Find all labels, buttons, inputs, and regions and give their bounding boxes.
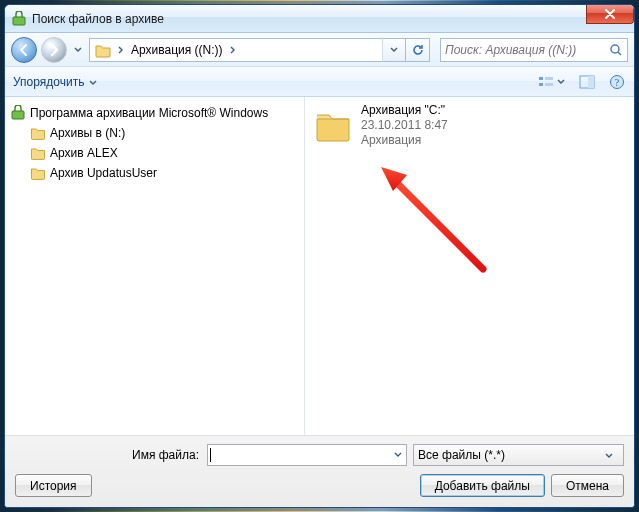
svg-rect-4 [545, 77, 553, 80]
filename-input[interactable] [211, 448, 390, 462]
tree-pane: Программа архивации Microsoft® Windows А… [5, 97, 305, 435]
chevron-right-icon[interactable] [227, 39, 240, 61]
chevron-down-icon [605, 448, 619, 462]
refresh-button[interactable] [406, 38, 430, 62]
address-bar[interactable]: Архивация ((N:)) [89, 38, 382, 62]
title-bar: Поиск файлов в архиве [5, 5, 634, 33]
search-icon [605, 43, 627, 57]
organize-menu[interactable]: Упорядочить [13, 75, 97, 89]
window-buttons [586, 4, 634, 24]
help-button[interactable]: ? [604, 71, 630, 93]
forward-button[interactable] [41, 37, 67, 63]
app-icon [11, 11, 27, 27]
svg-point-1 [611, 45, 619, 53]
add-files-button[interactable]: Добавить файлы [420, 474, 545, 497]
content-pane[interactable]: Архивация "C:" 23.10.2011 8:47 Архивация [305, 97, 634, 435]
chevron-right-icon[interactable] [114, 39, 127, 61]
chevron-down-icon[interactable] [390, 452, 406, 458]
annotation-arrow [373, 159, 493, 279]
folder-icon [94, 41, 112, 59]
tree-root-label: Программа архивации Microsoft® Windows [30, 106, 268, 120]
tree-item-label: Архивы в (N:) [50, 126, 125, 140]
tree-root[interactable]: Программа архивации Microsoft® Windows [5, 103, 304, 123]
item-meta: Архивация "C:" 23.10.2011 8:47 Архивация [361, 103, 448, 148]
address-bar-wrap: Архивация ((N:)) [89, 38, 430, 62]
breadcrumb-segment[interactable]: Архивация ((N:)) [127, 39, 227, 61]
item-date: 23.10.2011 8:47 [361, 118, 448, 133]
view-options-button[interactable] [532, 71, 570, 93]
preview-pane-button[interactable] [574, 71, 600, 93]
tree-item[interactable]: Архив UpdatusUser [5, 163, 304, 183]
svg-rect-3 [539, 83, 543, 86]
tree-item[interactable]: Архивы в (N:) [5, 123, 304, 143]
navigation-bar: Архивация ((N:)) [5, 33, 634, 67]
list-item[interactable]: Архивация "C:" 23.10.2011 8:47 Архивация [311, 103, 628, 148]
svg-rect-0 [13, 17, 25, 25]
window-title: Поиск файлов в архиве [32, 12, 632, 26]
filetype-combo[interactable]: Все файлы (*.*) [413, 444, 624, 466]
nav-history-dropdown[interactable] [71, 37, 85, 63]
tree-item-label: Архив ALEX [50, 146, 118, 160]
folder-icon [29, 164, 47, 182]
svg-rect-2 [539, 77, 543, 80]
bottom-panel: Имя файла: Все файлы (*.*) История Добав… [5, 435, 634, 507]
svg-rect-5 [545, 83, 553, 86]
filename-input-wrap[interactable] [207, 444, 407, 466]
toolbar-right: ? [532, 71, 630, 93]
search-input[interactable] [441, 43, 605, 57]
address-dropdown-button[interactable] [382, 38, 406, 62]
tree-item-label: Архив UpdatusUser [50, 166, 157, 180]
organize-label: Упорядочить [13, 75, 84, 89]
folder-icon [29, 124, 47, 142]
filetype-label: Все файлы (*.*) [418, 448, 505, 462]
dialog-window: Поиск файлов в архиве Архивация ((N:)) [4, 4, 635, 508]
cancel-button[interactable]: Отмена [551, 474, 624, 497]
history-label: История [30, 479, 77, 493]
search-box[interactable] [440, 38, 628, 62]
svg-rect-10 [12, 111, 24, 119]
chevron-down-icon [89, 75, 97, 89]
folder-icon [29, 144, 47, 162]
filename-row: Имя файла: Все файлы (*.*) [15, 444, 624, 466]
cancel-label: Отмена [566, 479, 609, 493]
item-type: Архивация [361, 133, 448, 148]
body: Программа архивации Microsoft® Windows А… [5, 97, 634, 435]
footer-row: История Добавить файлы Отмена [15, 474, 624, 497]
back-button[interactable] [11, 37, 37, 63]
svg-rect-7 [588, 76, 594, 88]
filename-label: Имя файла: [15, 448, 201, 462]
folder-icon [311, 103, 355, 147]
archive-app-icon [9, 104, 27, 122]
add-files-label: Добавить файлы [435, 479, 530, 493]
toolbar: Упорядочить ? [5, 67, 634, 97]
svg-text:?: ? [615, 77, 620, 88]
history-button[interactable]: История [15, 474, 92, 497]
tree-item[interactable]: Архив ALEX [5, 143, 304, 163]
close-button[interactable] [586, 4, 634, 24]
item-name: Архивация "C:" [361, 103, 448, 118]
